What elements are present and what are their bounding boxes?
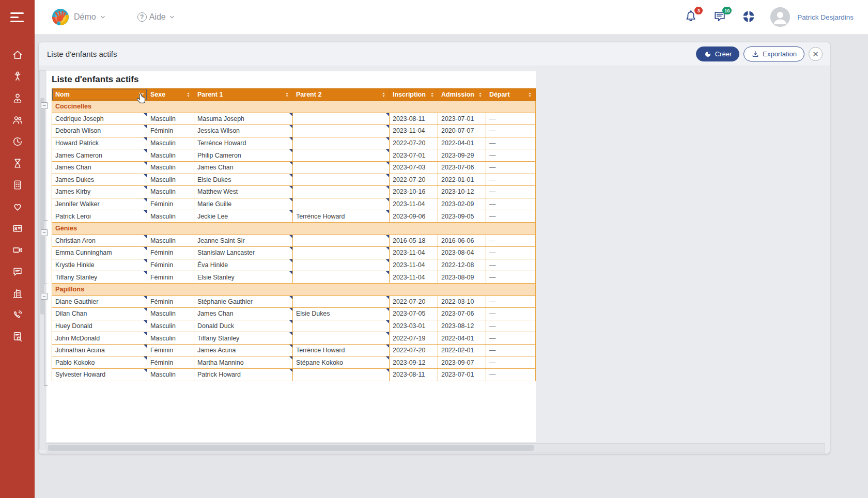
note-marker-icon [144,356,147,360]
note-marker-icon [386,162,389,165]
note-marker-icon [289,137,292,141]
report-title: Liste d'enfants actifs [47,71,536,88]
cell-inscription: 2023-11-04 [390,247,438,259]
close-button[interactable]: ✕ [809,47,823,61]
sidebar-item-health[interactable] [8,201,27,212]
create-button[interactable]: Créer [696,46,740,61]
note-marker-icon [289,356,292,360]
cell-parent2: Terrénce Howard [293,344,390,356]
cell-admission: 2023-07-01 [438,369,486,381]
messages-button[interactable]: 10 [712,9,728,25]
phone-icon [12,309,23,321]
note-marker-icon [289,125,292,128]
column-header-parent-1[interactable]: Parent 1 [194,89,293,101]
chat-icon [12,266,23,277]
hourglass-icon [12,158,23,169]
cell-admission: 2022-12-08 [438,259,486,271]
cell-parent2 [293,271,390,284]
column-header-inscription[interactable]: Inscription [390,89,438,101]
export-button[interactable]: Exportation [743,46,804,61]
cell-sexe: Féminin [147,295,194,308]
sort-icon [284,91,290,98]
help-menu[interactable]: ? Aide [137,12,176,22]
collapse-group-button[interactable]: − [41,229,48,236]
horizontal-scrollbar[interactable] [47,443,825,453]
children-table: NomSexeParent 1Parent 2InscriptionAdmiss… [52,88,536,381]
collapse-group-button[interactable]: − [41,293,48,300]
hamburger-menu-icon[interactable] [0,0,35,35]
cell-parent1: Jeckie Lee [194,210,293,223]
note-marker-icon [144,345,147,348]
cell-sexe: Masculin [147,186,194,198]
column-header-nom[interactable]: Nom [52,89,147,101]
cell-admission: 2022-02-01 [438,344,486,356]
help-label: Aide [149,12,166,22]
child-row: Diane GauthierFémininStéphanie Gauthier2… [52,295,536,308]
sidebar-item-educators[interactable] [8,92,27,103]
note-marker-icon [386,308,389,311]
cell-depart: — [486,161,536,174]
cell-sexe: Féminin [147,259,194,271]
notifications-button[interactable]: 3 [684,9,699,25]
cell-inscription: 2022-07-20 [390,344,438,356]
column-header-parent-2[interactable]: Parent 2 [293,89,390,101]
user-name[interactable]: Patrick Desjardins [797,13,854,21]
note-marker-icon [144,149,147,152]
child-row: Huey DonaldMasculinDonald Duck2023-03-01… [52,320,536,332]
topbar: Démo ? Aide 3 10 [35,0,868,35]
org-switcher[interactable]: Démo [50,7,106,27]
sidebar-item-calls[interactable] [8,309,27,320]
child-row: James CameronMasculinPhilip Cameron2023-… [52,149,536,162]
sidebar-item-contacts[interactable] [8,223,27,234]
column-header-sexe[interactable]: Sexe [147,89,194,101]
educator-icon [12,92,23,104]
collapse-group-button[interactable]: − [41,102,48,109]
sidebar-item-waiting-list[interactable] [8,158,27,168]
cell-nom: Krystle Hinkle [52,259,147,271]
cell-nom: Tiffany Stanley [52,271,147,284]
user-avatar[interactable] [770,7,790,27]
cell-nom: Christian Aron [52,235,147,247]
child-row: Johnathan AcunaFémininJames AcunaTerrénc… [52,344,536,356]
cell-parent2 [293,332,390,345]
sidebar-item-home[interactable] [8,49,27,60]
sidebar-item-reports[interactable] [8,331,27,342]
building-icon [12,288,23,299]
sidebar-item-billing[interactable] [8,179,27,190]
sidebar-item-video[interactable] [8,244,27,255]
sidebar-item-groups[interactable] [8,114,27,125]
sidebar-item-children[interactable] [8,71,27,82]
column-header-départ[interactable]: Départ [486,89,536,101]
note-marker-icon [289,320,292,323]
cell-parent1: Éva Hinkle [194,259,293,271]
note-marker-icon [386,198,389,201]
sidebar-item-facility[interactable] [8,288,27,299]
note-marker-icon [144,235,147,238]
cell-admission: 2020-07-07 [438,125,486,137]
note-marker-icon [289,296,292,299]
cell-admission: 2023-08-09 [438,271,486,284]
group-row: Papillons [52,283,536,295]
report-sheet: Liste d'enfants actifs NomSexeParent 1Pa… [47,71,536,442]
column-header-admission[interactable]: Admission [438,89,486,101]
cell-depart: — [486,344,536,356]
report-panel: Liste d'enfants actifs Créer Exportation… [39,42,830,454]
cell-nom: Johnathan Acuna [52,344,147,356]
cell-admission: 2022-03-10 [438,295,486,308]
cell-nom: Diane Gauthier [52,295,147,308]
cell-nom: Sylvester Howard [52,369,147,381]
cell-inscription: 2023-09-06 [390,210,438,223]
note-marker-icon [386,259,389,262]
cell-sexe: Masculin [147,137,194,149]
support-button[interactable] [741,9,757,25]
notification-badge: 3 [694,7,703,14]
cell-admission: 2022-04-01 [438,137,486,149]
sidebar-item-messages[interactable] [8,266,27,277]
cell-nom: Howard Patrick [52,137,147,149]
child-row: Christian AronMasculinJeanne Saint-Sir20… [52,235,536,247]
child-row: Emma CunninghamFémininStanislaw Lancaste… [52,247,536,259]
cell-parent2 [293,137,390,149]
sidebar-item-schedule[interactable] [8,136,27,147]
cell-parent1: Elsie Stanley [194,271,293,284]
note-marker-icon [144,320,147,323]
